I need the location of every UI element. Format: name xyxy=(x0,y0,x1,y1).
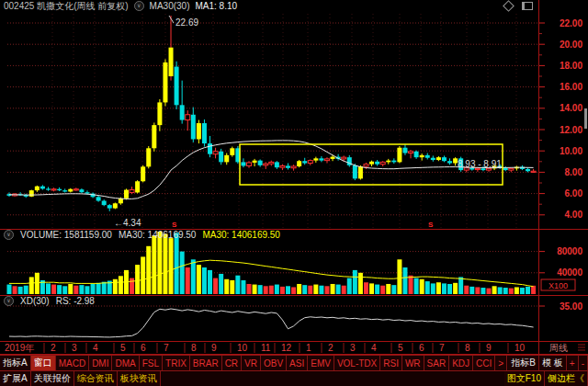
tab-info-right-1-侧边栏《[interactable]: 侧边栏《 xyxy=(545,371,588,386)
tab-indicator-right-2-+[interactable]: + xyxy=(567,356,579,370)
collapse-volume-pane-icon[interactable]: ∨ xyxy=(4,230,14,240)
volume-bar xyxy=(186,267,190,294)
candle-body xyxy=(286,165,290,167)
tab-indicator-14-RSI[interactable]: RSI xyxy=(380,356,402,370)
volume-bar xyxy=(275,285,279,294)
tab-indicator-12-EMV[interactable]: EMV xyxy=(308,356,334,370)
tab-indicator-13-VOL-TDX[interactable]: VOL-TDX xyxy=(334,356,380,370)
volume-bar xyxy=(469,287,474,294)
candle-body xyxy=(141,166,145,181)
tab-indicator-15-WR[interactable]: WR xyxy=(402,356,424,370)
volume-bar xyxy=(425,281,430,294)
volume-pane-header: ∨ VOLUME: 1581159.00 MA30: 1406169.50 MA… xyxy=(4,230,280,240)
candle-body xyxy=(68,189,73,192)
volume-bar xyxy=(342,286,346,294)
tab-indicator-17-KDJ[interactable]: KDJ xyxy=(449,356,473,370)
date-label: 7 xyxy=(439,343,445,353)
date-label: 8 xyxy=(465,343,470,353)
tab-indicator-4-DMA[interactable]: DMA xyxy=(112,356,139,370)
candle-body xyxy=(531,171,536,172)
volume-bar xyxy=(197,265,201,294)
event-marker: S xyxy=(428,221,434,229)
candle-body xyxy=(180,105,185,119)
tab-indicator-8-CR[interactable]: CR xyxy=(222,356,242,370)
tab-indicator-right-0-指标B[interactable]: 指标B xyxy=(508,356,539,370)
volume-bar xyxy=(509,289,514,294)
volume-bar xyxy=(297,284,301,294)
date-label: 5 xyxy=(398,343,403,353)
scrollbar-thumb[interactable] xyxy=(584,108,587,129)
price-axis-label: 22.00 xyxy=(560,18,582,28)
tab-indicator-9-VR[interactable]: VR xyxy=(242,356,261,370)
stock-chart-app: 22.0020.0018.0016.0014.0012.0010.008.006… xyxy=(0,0,588,386)
tab-info-0-扩展A[interactable]: 扩展A xyxy=(0,371,31,386)
candle-body xyxy=(40,187,45,189)
date-label: 6 xyxy=(141,343,146,353)
candle-body xyxy=(397,148,401,163)
volume-bar xyxy=(152,235,156,294)
collapse-main-pane-icon[interactable]: ∨ xyxy=(134,1,144,11)
volume-bar xyxy=(286,286,290,294)
volume-bar xyxy=(135,265,140,294)
tab-indicator-10-OBV[interactable]: OBV xyxy=(261,356,287,370)
date-label: 2019年 xyxy=(5,343,34,353)
candle-body xyxy=(324,159,329,161)
tab-indicator-11-ASI[interactable]: ASI xyxy=(287,356,308,370)
candle-body xyxy=(57,189,62,190)
tab-indicator-6-TRIX[interactable]: TRIX xyxy=(163,356,190,370)
volume-bar xyxy=(369,283,374,294)
candle-body xyxy=(102,200,107,205)
tab-indicator-5-FSL[interactable]: FSL xyxy=(140,356,163,370)
tab-indicator-16-SAR[interactable]: SAR xyxy=(424,356,450,370)
tab-indicator-19->[interactable]: > xyxy=(495,356,507,370)
candle-body xyxy=(79,189,84,192)
tab-indicator-2-MACD[interactable]: MACD xyxy=(56,356,89,370)
tab-indicator-right-1-模板[interactable]: 模 板 xyxy=(539,356,567,370)
candle-body xyxy=(247,163,252,165)
info-toolbar: 扩展A关联报价综合资讯板块资讯图文F10侧边栏《 xyxy=(0,370,588,386)
tab-info-3-板块资讯[interactable]: 板块资讯 xyxy=(118,371,161,386)
volume-bar xyxy=(141,256,145,294)
candle-body xyxy=(302,161,307,163)
tab-indicator-18-CCI[interactable]: CCI xyxy=(473,356,495,370)
tab-indicator-0-指标A[interactable]: 指标A xyxy=(0,356,31,370)
tab-indicator-3-DMI[interactable]: DMI xyxy=(89,356,112,370)
volume-bar xyxy=(169,238,174,294)
tab-indicator-right-3--[interactable]: - xyxy=(579,356,588,370)
candle-body xyxy=(420,155,424,157)
candle-body xyxy=(258,161,263,165)
volume-bar xyxy=(202,267,207,294)
price-annotation-low: ←4.34 xyxy=(114,218,141,228)
volume-bar xyxy=(475,287,480,294)
volume-bar xyxy=(258,285,263,294)
price-axis-label: 12.00 xyxy=(560,125,582,135)
tab-indicator-1-窗口[interactable]: 窗口 xyxy=(31,356,56,370)
volume-bar xyxy=(29,277,34,294)
tab-info-2-综合资讯[interactable]: 综合资讯 xyxy=(74,371,118,386)
candle-body xyxy=(213,152,218,154)
price-axis-label: 8.00 xyxy=(565,167,583,177)
tab-info-1-关联报价[interactable]: 关联报价 xyxy=(31,371,74,386)
volume-bar xyxy=(380,286,385,294)
window-icon[interactable] xyxy=(522,2,533,10)
tab-info-right-0-图文F10[interactable]: 图文F10 xyxy=(504,371,545,386)
candle-body xyxy=(313,158,318,160)
collapse-xd-pane-icon[interactable]: ∨ xyxy=(4,296,14,306)
candle-body xyxy=(402,148,407,153)
tab-indicator-7-BRAR[interactable]: BRAR xyxy=(190,356,222,370)
volume-bar xyxy=(458,277,463,294)
xd-line xyxy=(9,309,534,337)
volume-bar xyxy=(175,233,179,294)
xd-axis-label: 35.00 xyxy=(560,301,582,312)
volume-bar xyxy=(442,283,447,294)
date-label: 4 xyxy=(93,343,98,353)
date-label: 2 xyxy=(328,343,334,353)
diamond-icon[interactable] xyxy=(503,0,514,12)
volume-axis-label: 80000 xyxy=(557,246,582,256)
date-label: 6 xyxy=(419,343,424,353)
title-bar: 002425 凯撒文化(周线 前复权) ∨ MA30(30) MA1: 8.10 xyxy=(0,0,535,12)
volume-bar xyxy=(397,259,401,294)
volume-ma30-yellow: MA30: 1406169.50 xyxy=(202,230,280,240)
candle-body xyxy=(29,190,34,197)
volume-bar xyxy=(514,287,519,294)
